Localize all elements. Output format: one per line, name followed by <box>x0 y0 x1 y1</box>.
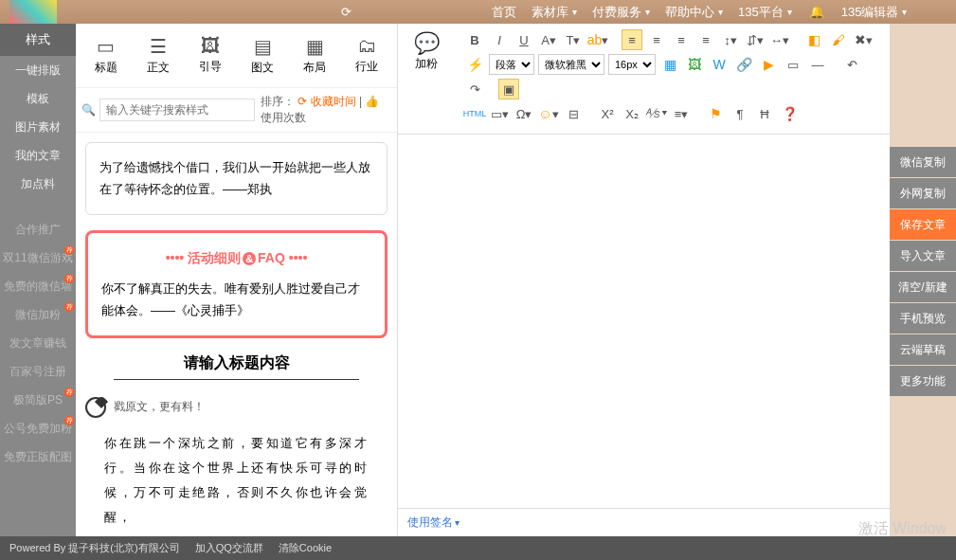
brush-button[interactable]: 🖌 <box>828 29 849 50</box>
rbtn-web-copy[interactable]: 外网复制 <box>890 178 956 208</box>
nav-home[interactable]: 首页 <box>492 4 516 21</box>
ul-button[interactable]: ≡▾ <box>671 103 692 124</box>
sidebar-promo-1[interactable]: 双11微信游戏荐 <box>0 244 76 272</box>
tab-guide[interactable]: 🖼引导 <box>184 31 236 80</box>
signature-dropdown[interactable]: 使用签名 <box>398 508 890 536</box>
undo-button[interactable]: ↶ <box>841 54 862 75</box>
sidebar-images[interactable]: 图片素材 <box>0 113 76 141</box>
eraser-button[interactable]: ◧ <box>803 29 824 50</box>
guide-icon: 🖼 <box>184 35 236 57</box>
footer-cookie[interactable]: 清除Cookie <box>279 541 332 555</box>
ol-button[interactable]: ⅍▾ <box>646 103 667 124</box>
nav-help[interactable]: 帮助中心 <box>665 4 723 21</box>
bell-icon[interactable]: 🔔 <box>809 5 824 19</box>
sidebar-promo-8[interactable]: 免费正版配图 <box>0 443 76 471</box>
tab-layout[interactable]: ▦布局 <box>289 31 341 80</box>
sidebar-promo-4[interactable]: 发文章赚钱 <box>0 329 76 357</box>
subscript-button[interactable]: X₂ <box>622 103 642 124</box>
expand-button[interactable]: ▣ <box>498 79 519 99</box>
textstyle-button[interactable]: T▾ <box>563 29 584 50</box>
rbtn-import[interactable]: 导入文章 <box>890 241 956 271</box>
nav-platform[interactable]: 135平台 <box>738 4 792 21</box>
spacing-button[interactable]: ⇵▾ <box>745 29 766 50</box>
sidebar-right: 微信复制 外网复制 保存文章 导入文章 清空/新建 手机预览 云端草稿 更多功能 <box>890 147 956 536</box>
clear-button[interactable]: ✖▾ <box>853 29 874 50</box>
sidebar-promo-5[interactable]: 百家号注册 <box>0 357 76 386</box>
search-input[interactable] <box>99 99 255 121</box>
tab-title[interactable]: ▭标题 <box>80 31 132 80</box>
hr-button[interactable]: — <box>807 54 828 75</box>
table-button[interactable]: ▦ <box>659 54 680 75</box>
source-button[interactable]: ▭▾ <box>489 103 510 124</box>
nav-editor[interactable]: 135编辑器 <box>841 4 908 21</box>
html-button[interactable]: HTML <box>464 103 485 124</box>
find-button[interactable]: Ħ <box>754 103 775 124</box>
thumb-icon: 👍 <box>365 95 379 108</box>
emoji-button[interactable]: ☺▾ <box>538 103 559 124</box>
style-list[interactable]: 为了给遗憾找个借口，我们从一开始就把一些人放在了等待怀念的位置。——郑执 •••… <box>76 133 397 536</box>
rbtn-save[interactable]: 保存文章 <box>890 209 956 240</box>
sort-fav[interactable]: 收藏时间 <box>311 95 356 108</box>
tab-industry[interactable]: 🗂行业 <box>341 31 393 80</box>
pi-button[interactable]: ¶ <box>730 103 750 124</box>
font-select[interactable]: 微软雅黑 <box>538 54 604 75</box>
sort-use[interactable]: 使用次数 <box>261 111 306 124</box>
style-card-title-prompt[interactable]: 请输入标题内容 <box>114 353 359 380</box>
word-button[interactable]: W <box>709 54 730 75</box>
style-card-quote[interactable]: 为了给遗憾找个借口，我们从一开始就把一些人放在了等待怀念的位置。——郑执 <box>85 142 388 215</box>
autoformat-button[interactable]: ⚡ <box>464 54 485 75</box>
footer-qq[interactable]: 加入QQ交流群 <box>195 541 263 555</box>
media-button[interactable]: ▶ <box>758 54 779 75</box>
align-right-button[interactable]: ≡ <box>671 29 692 50</box>
underline-button[interactable]: U <box>514 29 534 50</box>
sidebar-promo-3[interactable]: 微信加粉荐 <box>0 300 76 329</box>
tab-addfans[interactable]: 💬加粉 <box>398 24 455 80</box>
rbtn-cloud[interactable]: 云端草稿 <box>890 334 956 365</box>
editor-content[interactable] <box>398 135 890 508</box>
style-card-rules[interactable]: •••• 活动细则&FAQ •••• 你不了解真正的失去。唯有爱别人胜过爱自己才… <box>85 230 388 338</box>
sidebar-promo-2[interactable]: 免费的微信墙荐 <box>0 272 76 300</box>
rbtn-wechat-copy[interactable]: 微信复制 <box>890 147 956 177</box>
rbtn-clear[interactable]: 清空/新建 <box>890 272 956 302</box>
style-card-quote2[interactable]: 你在跳一个深坑之前，要知道它有多深才行。当你在这个世界上还有快乐可寻的时候，万不… <box>85 431 388 530</box>
rbtn-more[interactable]: 更多功能 <box>890 366 956 396</box>
help-button[interactable]: ❓ <box>779 103 800 124</box>
sidebar-promo-0[interactable]: 合作推广 <box>0 215 76 244</box>
highlight-button[interactable]: ab▾ <box>587 29 608 50</box>
tab-imgtext[interactable]: ▤图文 <box>237 31 289 80</box>
italic-button[interactable]: I <box>489 29 510 50</box>
paragraph-select[interactable]: 段落 <box>489 54 534 75</box>
sidebar-oneclick[interactable]: 一键排版 <box>0 56 76 84</box>
nav-materials[interactable]: 素材库 <box>532 4 577 21</box>
sidebar-styles[interactable]: 样式 <box>0 24 76 56</box>
superscript-button[interactable]: X² <box>597 103 618 124</box>
nav-paid[interactable]: 付费服务 <box>592 4 650 21</box>
fontcolor-button[interactable]: A▾ <box>538 29 559 50</box>
redo-button[interactable]: ↷ <box>464 79 485 99</box>
align-left-button[interactable]: ≡ <box>622 29 642 50</box>
sidebar-myarticles[interactable]: 我的文章 <box>0 141 76 170</box>
search-icon: 🔍 <box>81 103 96 117</box>
letterspace-button[interactable]: ↔▾ <box>769 29 790 50</box>
badge-icon: 荐 <box>64 274 74 283</box>
align-center-button[interactable]: ≡ <box>646 29 667 50</box>
refresh-small-icon[interactable]: ⟳ <box>298 95 307 108</box>
size-select[interactable]: 16px <box>608 54 656 75</box>
style-card-readmore[interactable]: 戳原文，更有料！ <box>85 397 388 418</box>
rbtn-preview[interactable]: 手机预览 <box>890 303 956 334</box>
omega-button[interactable]: Ω▾ <box>514 103 534 124</box>
sidebar-extras[interactable]: 加点料 <box>0 170 76 198</box>
sidebar-template[interactable]: 模板 <box>0 84 76 113</box>
link-button[interactable]: 🔗 <box>733 54 754 75</box>
flag-button[interactable]: ⚑ <box>705 103 726 124</box>
bold-button[interactable]: B <box>464 29 485 50</box>
anchor-button[interactable]: ⊟ <box>563 103 584 124</box>
align-justify-button[interactable]: ≡ <box>695 29 716 50</box>
refresh-icon[interactable]: ⟳ <box>341 5 352 19</box>
sidebar-promo-7[interactable]: 公号免费加粉荐 <box>0 414 76 443</box>
sidebar-promo-6[interactable]: 极简版PS荐 <box>0 386 76 414</box>
image-button[interactable]: 🖼 <box>684 54 705 75</box>
tab-body[interactable]: ☰正文 <box>132 31 184 80</box>
card-button[interactable]: ▭ <box>783 54 803 75</box>
lineheight-button[interactable]: ↕▾ <box>720 29 741 50</box>
